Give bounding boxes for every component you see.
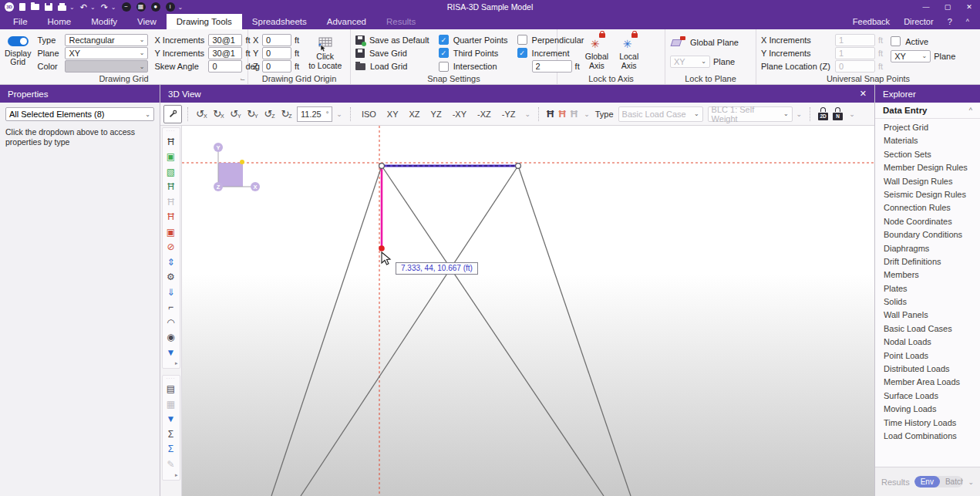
explorer-item-nodal-loads[interactable]: Nodal Loads: [875, 336, 980, 349]
draw-plates-icon[interactable]: ▣: [163, 150, 179, 165]
collapse-ribbon-button[interactable]: ^: [966, 18, 969, 25]
sum-icon[interactable]: Σ: [163, 427, 179, 442]
explorer-item-basic-load-cases[interactable]: Basic Load Cases: [875, 322, 980, 336]
director-button[interactable]: Director: [904, 17, 934, 26]
modify-members-icon[interactable]: Ħ: [163, 180, 179, 195]
rotate-cw-z-button[interactable]: ↻Z: [278, 106, 295, 123]
unlock-icon[interactable]: ⌐: [163, 300, 179, 315]
explorer-item-solids[interactable]: Solids: [875, 295, 980, 309]
show-loads-off-icon[interactable]: Ħ: [568, 108, 580, 120]
tab-results[interactable]: Results: [376, 14, 426, 29]
tab-file[interactable]: File: [3, 14, 38, 29]
undo-icon[interactable]: ↶: [80, 2, 87, 12]
app-logo-3d-icon[interactable]: 3D: [5, 2, 14, 12]
grid-type-select[interactable]: Rectangular⌄: [65, 34, 148, 46]
redo-menu-chevron-icon[interactable]: ⌄: [111, 2, 116, 12]
explorer-item-section-sets[interactable]: Section Sets: [875, 148, 980, 161]
click-to-locate-button[interactable]: Click to Locate: [305, 33, 345, 73]
snapshot-view-icon[interactable]: ▦: [163, 396, 179, 412]
load-grid-button[interactable]: Load Grid: [355, 60, 429, 73]
feedback-button[interactable]: Feedback: [853, 17, 890, 26]
info-icon[interactable]: i: [166, 2, 175, 12]
origin-y-input[interactable]: [262, 47, 291, 59]
explorer-item-wall-design-rules[interactable]: Wall Design Rules: [875, 175, 980, 188]
rotate-ccw-z-button[interactable]: ↺Z: [261, 106, 278, 123]
redo-icon[interactable]: ↷: [101, 2, 108, 12]
sum-selected-icon[interactable]: Σ: [163, 442, 179, 457]
intersection-checkbox[interactable]: Intersection: [439, 60, 508, 73]
third-points-checkbox[interactable]: ✓ Third Points: [439, 46, 508, 59]
batch-mode-button[interactable]: Batch: [940, 476, 964, 488]
filter-icon[interactable]: ▼: [163, 345, 179, 360]
grid-plane-select[interactable]: XY⌄: [65, 47, 148, 59]
view-settings-wrench-button[interactable]: [163, 105, 182, 123]
view-xy-button[interactable]: -XY: [447, 106, 472, 123]
loads-more-chevron-icon[interactable]: ⌄: [581, 110, 592, 118]
spreadsheet-icon[interactable]: ▦: [136, 2, 146, 12]
rotate-ccw-x-button[interactable]: ↺X: [194, 106, 210, 123]
visibility-eye-icon[interactable]: ◉: [163, 330, 179, 346]
member-settings-gear-icon[interactable]: ⚙: [163, 270, 179, 285]
view-xy-button[interactable]: XY: [382, 106, 404, 123]
local-axis-button[interactable]: ✳ Local Axis: [616, 33, 642, 73]
results-filter-icon[interactable]: ▼: [163, 412, 179, 427]
results-chevron-icon[interactable]: ⌄: [968, 478, 974, 486]
explorer-item-surface-loads[interactable]: Surface Loads: [875, 390, 980, 403]
annotate-icon[interactable]: ✎: [163, 457, 179, 472]
view-yz-button[interactable]: YZ: [426, 106, 447, 123]
unselect-icon[interactable]: −: [122, 2, 131, 12]
grid-color-select[interactable]: ⌄: [65, 60, 148, 73]
new-file-icon[interactable]: [19, 2, 25, 12]
universal-active-checkbox[interactable]: Active: [891, 34, 955, 49]
toolbar-more-icon[interactable]: ▸: [175, 360, 178, 366]
info-menu-chevron-icon[interactable]: ⌄: [178, 2, 184, 12]
explorer-item-drift-definitions[interactable]: Drift Definitions: [875, 255, 980, 268]
save-view-icon[interactable]: ⇓: [163, 285, 179, 300]
tab-modify[interactable]: Modify: [81, 14, 127, 29]
delete-slash-icon[interactable]: ⊘: [163, 240, 179, 255]
explorer-item-seismic-design-rules[interactable]: Seismic Design Rules: [875, 188, 980, 201]
print-icon[interactable]: [58, 2, 66, 12]
show-loads-icon[interactable]: Ħ: [544, 108, 556, 120]
draw-solids-icon[interactable]: Ħ: [163, 194, 179, 210]
tab-advanced[interactable]: Advanced: [317, 14, 376, 29]
save-as-default-button[interactable]: Save as Default: [355, 33, 429, 46]
quarter-points-checkbox[interactable]: ✓ Quarter Points: [439, 33, 508, 46]
collapse-section-icon[interactable]: ^: [969, 106, 972, 114]
explorer-item-connection-rules[interactable]: Connection Rules: [875, 201, 980, 214]
explorer-item-node-coordinates[interactable]: Node Coordinates: [875, 215, 980, 228]
delete-members-icon[interactable]: Ħ: [163, 210, 179, 225]
explorer-item-point-loads[interactable]: Point Loads: [875, 349, 980, 363]
explorer-item-wall-panels[interactable]: Wall Panels: [875, 309, 980, 322]
tab-drawing-tools[interactable]: Drawing Tools: [167, 14, 242, 29]
rotate-cw-y-button[interactable]: ↻Y: [244, 106, 261, 123]
blc-more-chevron-icon[interactable]: ⌄: [794, 110, 805, 118]
spreadsheet-view-icon[interactable]: ▤: [163, 382, 179, 397]
explorer-item-members[interactable]: Members: [875, 268, 980, 282]
explorer-item-time-history-loads[interactable]: Time History Loads: [875, 417, 980, 430]
model-canvas[interactable]: ····Ħ▣▧ĦĦĦ▣⊘⇕⚙⇓⌐◠◉▼▸ ····▤▦▼ΣΣ✎▸ YZX 7.3…: [160, 126, 874, 496]
global-axis-button[interactable]: ✳ Global Axis: [582, 33, 611, 73]
close-view-icon[interactable]: ✕: [857, 89, 870, 99]
explorer-item-member-design-rules[interactable]: Member Design Rules: [875, 161, 980, 174]
delete-plates-icon[interactable]: ▣: [163, 224, 179, 240]
help-button[interactable]: ?: [948, 17, 952, 26]
open-file-icon[interactable]: [31, 2, 39, 12]
dialog-launcher-icon[interactable]: ⌙: [240, 76, 245, 83]
origin-z-input[interactable]: [262, 60, 291, 73]
global-plane-button[interactable]: Global Plane: [670, 35, 753, 49]
data-entry-section-header[interactable]: Data Entry ^: [875, 103, 980, 119]
lock-nodes-icon[interactable]: N: [832, 107, 844, 121]
y-increments-input[interactable]: [208, 47, 242, 59]
explorer-item-boundary-conditions[interactable]: Boundary Conditions: [875, 228, 980, 241]
maximize-button[interactable]: ▢: [937, 0, 958, 14]
view-xz-button[interactable]: -XZ: [472, 106, 497, 123]
minimize-button[interactable]: —: [915, 0, 937, 14]
lock-hide-icon[interactable]: ◠: [163, 315, 179, 330]
save-icon[interactable]: [45, 2, 52, 12]
rotate-cw-x-button[interactable]: ↻X: [210, 106, 227, 123]
universal-plane-select[interactable]: XY⌄: [891, 50, 931, 62]
skew-angle-input[interactable]: [208, 60, 242, 73]
save-grid-button[interactable]: Save Grid: [355, 46, 429, 59]
print-menu-chevron-icon[interactable]: ⌄: [69, 2, 75, 12]
